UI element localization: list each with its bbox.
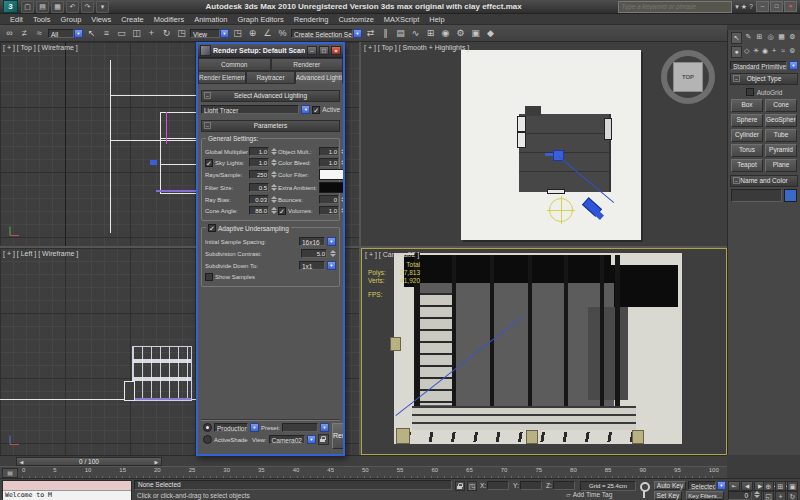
spinner[interactable] — [340, 148, 343, 155]
spinner[interactable] — [270, 148, 277, 155]
viewport-label[interactable]: [ + ] [ Top ] [ Wireframe ] — [3, 44, 78, 51]
activeshade-radio[interactable] — [203, 435, 212, 444]
qat-dropdown-icon[interactable]: ▾ — [96, 1, 109, 13]
rollout-object-type[interactable]: − Object Type — [730, 73, 798, 85]
subdivide-down-to-dropdown[interactable]: 1x1 — [299, 261, 325, 270]
dropdown-arrow-icon[interactable]: ▾ — [327, 237, 336, 246]
favorites-icon[interactable]: ★ — [741, 2, 747, 12]
menu-customize[interactable]: Customize — [338, 15, 373, 24]
viewport-label[interactable]: [ + ] [ Top ] [ Smooth + Highlights ] — [364, 44, 469, 51]
infocenter-search[interactable] — [618, 1, 732, 13]
select-and-rotate-icon[interactable]: ↻ — [160, 27, 173, 40]
select-and-move-icon[interactable]: + — [145, 27, 158, 40]
rollout-parameters[interactable]: − Parameters — [201, 120, 340, 132]
spinner[interactable] — [340, 207, 343, 214]
dropdown-arrow-icon[interactable]: ▾ — [301, 105, 310, 114]
tab-render-elements[interactable]: Render Elements — [198, 71, 246, 84]
building-roof-plan[interactable] — [519, 114, 611, 192]
tab-hierarchy-icon[interactable]: ⊞ — [755, 32, 764, 42]
frame-back-icon[interactable]: ◀ — [17, 459, 26, 465]
percent-snap-icon[interactable]: % — [276, 27, 289, 40]
tab-renderer[interactable]: Renderer — [271, 58, 344, 71]
named-selection-dropdown[interactable]: Create Selection Se ▾ — [291, 28, 362, 39]
menu-animation[interactable]: Animation — [194, 15, 227, 24]
volumes-field[interactable]: 1.0 — [319, 206, 339, 215]
absolute-offset-mode-icon[interactable]: ◳ — [467, 481, 477, 491]
plane-button[interactable]: Plane — [765, 159, 797, 172]
maxscript-mini-listener[interactable]: Welcome to M — [2, 480, 132, 500]
rollout-name-and-color[interactable]: − Name and Color — [730, 175, 798, 187]
collapse-icon[interactable]: − — [204, 92, 211, 99]
object-name-field[interactable] — [731, 189, 782, 202]
x-field[interactable] — [487, 481, 509, 490]
close-button[interactable]: × — [784, 1, 797, 12]
menu-create[interactable]: Create — [121, 15, 144, 24]
view-lock-icon[interactable] — [318, 434, 329, 445]
ray-bias-field[interactable]: 0.03 — [249, 195, 269, 204]
production-radio[interactable] — [203, 423, 212, 432]
time-slider[interactable]: ◀ 0 / 100 ▶ — [16, 457, 162, 466]
use-pivot-point-icon[interactable]: ◳ — [231, 27, 244, 40]
render-setup-icon[interactable]: ⚙ — [454, 27, 467, 40]
color-bleed-field[interactable]: 1.0 — [319, 158, 339, 167]
torus-button[interactable]: Torus — [731, 144, 763, 157]
minimize-button[interactable]: – — [756, 1, 769, 12]
extra-ambient-swatch[interactable] — [319, 182, 343, 193]
window-crossing-icon[interactable]: ◫ — [130, 27, 143, 40]
tab-common[interactable]: Common — [198, 58, 271, 71]
help-icon[interactable]: ? — [749, 2, 753, 12]
menu-help[interactable]: Help — [429, 15, 444, 24]
category-lights-icon[interactable]: ☀ — [751, 46, 760, 56]
spinner[interactable] — [270, 207, 277, 214]
key-filters-button[interactable]: Key Filters... — [686, 491, 724, 500]
rollout-select-advanced-lighting[interactable]: − Select Advanced Lighting — [201, 90, 340, 102]
zoom-all-icon[interactable]: ⊞ — [775, 481, 786, 491]
tube-button[interactable]: Tube — [765, 129, 797, 142]
select-and-link-icon[interactable]: ∞ — [3, 27, 16, 40]
new-scene-icon[interactable]: ▢ — [21, 1, 34, 13]
timeline-ruler[interactable]: ▤ 05 1015 2025 3035 4045 5055 6065 7075 … — [0, 466, 727, 478]
viewport-top-shaded[interactable]: [ + ] [ Top ] [ Smooth + Highlights ] — [361, 42, 727, 246]
bounces-field[interactable]: 0 — [319, 195, 339, 204]
y-coordinate[interactable]: Y: — [513, 481, 542, 490]
collapse-icon[interactable]: − — [733, 177, 740, 184]
spinner[interactable] — [340, 196, 343, 203]
pan-icon[interactable]: + — [775, 491, 786, 500]
color-filter-swatch[interactable] — [319, 169, 343, 180]
tab-modify-icon[interactable]: ✎ — [744, 32, 753, 42]
menu-edit[interactable]: Edit — [10, 15, 23, 24]
menu-rendering[interactable]: Rendering — [294, 15, 329, 24]
category-shapes-icon[interactable]: ◇ — [742, 46, 751, 56]
dropdown-arrow-icon[interactable]: ▾ — [327, 261, 336, 270]
tab-raytracer[interactable]: Raytracer — [246, 71, 294, 84]
align-icon[interactable]: ∥ — [379, 27, 392, 40]
go-to-start-icon[interactable]: ⇤ — [728, 481, 740, 491]
dialog-maximize-button[interactable]: □ — [319, 46, 329, 55]
dropdown-arrow-icon[interactable]: ▾ — [250, 423, 259, 432]
spinner[interactable] — [270, 184, 277, 191]
show-samples-checkbox[interactable] — [205, 273, 213, 281]
zoom-icon[interactable]: ⊕ — [763, 481, 774, 491]
schematic-view-icon[interactable]: ⊞ — [424, 27, 437, 40]
dropdown-arrow-icon[interactable]: ▾ — [717, 481, 726, 490]
dropdown-arrow-icon[interactable]: ▾ — [353, 29, 362, 38]
box-button[interactable]: Box — [731, 99, 763, 112]
cylinder-button[interactable]: Cylinder — [731, 129, 763, 142]
open-file-icon[interactable]: ▤ — [36, 1, 49, 13]
zoom-region-icon[interactable]: ◱ — [763, 491, 774, 500]
zoom-extents-icon[interactable]: ▣ — [787, 481, 798, 491]
dropdown-arrow-icon[interactable]: ▾ — [74, 29, 83, 38]
lighting-plugin-dropdown[interactable]: Light Tracer — [201, 105, 299, 114]
z-coordinate[interactable]: Z: — [546, 481, 575, 490]
angle-snap-icon[interactable]: ∠ — [261, 27, 274, 40]
trackbar-toggle-icon[interactable]: ▤ — [2, 468, 18, 478]
dialog-close-button[interactable]: × — [331, 46, 341, 55]
menu-modifiers[interactable]: Modifiers — [154, 15, 184, 24]
tab-utilities-icon[interactable]: ⚙ — [788, 32, 797, 42]
spinner[interactable] — [340, 159, 343, 166]
preset-dropdown[interactable] — [282, 423, 318, 432]
material-editor-icon[interactable]: ◉ — [439, 27, 452, 40]
menu-graph-editors[interactable]: Graph Editors — [238, 15, 284, 24]
selection-lock-icon[interactable] — [455, 481, 465, 491]
listener-macro-row[interactable] — [3, 481, 131, 491]
